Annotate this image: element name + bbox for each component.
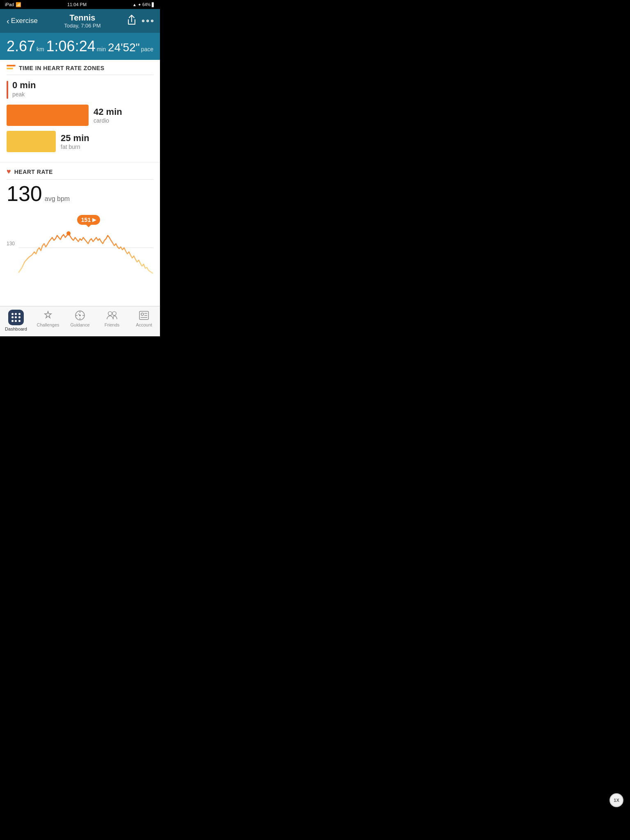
tab-challenges[interactable]: Challenges xyxy=(32,310,64,331)
dashboard-icon xyxy=(8,310,24,325)
back-label: Exercise xyxy=(11,17,38,25)
wifi-icon: 📶 xyxy=(16,2,21,7)
zones-title: TIME IN HEART RATE ZONES xyxy=(19,65,105,71)
battery-label: 64% xyxy=(142,2,151,7)
header: ‹ Exercise Tennis Today, 7:06 PM xyxy=(0,9,160,33)
svg-point-1 xyxy=(66,231,71,235)
dot-2 xyxy=(146,20,149,22)
cardio-value: 42 min xyxy=(94,107,122,117)
tooltip-arrow-icon: ▶ xyxy=(92,217,96,223)
heart-rate-section: ♥ HEART RATE 130 avg bpm 130 151 ▶ xyxy=(0,162,160,276)
dashboard-label: Dashboard xyxy=(5,326,27,331)
tab-guidance[interactable]: Guidance xyxy=(64,310,96,331)
svg-point-9 xyxy=(108,312,112,315)
chart-y-label: 130 xyxy=(7,241,15,247)
pace-stat: 24'52" pace xyxy=(108,41,153,54)
status-left: iPad 📶 xyxy=(5,2,21,7)
zones-icon xyxy=(7,65,16,71)
svg-line-8 xyxy=(78,314,80,315)
pace-unit: pace xyxy=(141,46,153,52)
zones-section: TIME IN HEART RATE ZONES 0 min peak 42 m… xyxy=(0,60,160,162)
icon-bar-2 xyxy=(7,68,13,69)
back-chevron-icon: ‹ xyxy=(7,17,9,25)
fatburn-label: fat burn xyxy=(61,144,89,150)
svg-point-10 xyxy=(112,312,116,315)
d-dot-6 xyxy=(18,316,21,318)
tab-account[interactable]: Account xyxy=(128,310,160,331)
peak-zone: 0 min peak xyxy=(7,80,153,99)
dot-1 xyxy=(142,20,144,22)
d-dot-9 xyxy=(18,320,21,322)
friends-icon xyxy=(106,310,118,321)
more-button[interactable] xyxy=(142,20,153,22)
d-dot-7 xyxy=(11,320,14,322)
fatburn-zone: 25 min fat burn xyxy=(7,131,153,152)
status-time: 11:04 PM xyxy=(67,2,87,7)
back-button[interactable]: ‹ Exercise xyxy=(7,17,38,25)
guidance-icon xyxy=(74,310,86,321)
workout-title: Tennis xyxy=(64,13,100,23)
cardio-zone: 42 min cardio xyxy=(7,105,153,126)
hr-title: HEART RATE xyxy=(14,169,53,175)
zones-header: TIME IN HEART RATE ZONES xyxy=(7,65,153,75)
status-right: ▲ ✦ 64% ▋ xyxy=(132,2,155,7)
battery-icon: ▋ xyxy=(152,2,155,7)
hr-header: ♥ HEART RATE xyxy=(7,167,153,180)
peak-value: 0 min xyxy=(12,80,36,91)
bluetooth-icon: ✦ xyxy=(138,2,141,7)
location-icon: ▲ xyxy=(132,2,137,7)
hr-avg-value: 130 xyxy=(7,183,42,204)
d-dot-4 xyxy=(11,316,14,318)
pace-value: 24'52" xyxy=(108,41,140,54)
cardio-bar xyxy=(7,105,89,126)
header-actions xyxy=(127,15,153,27)
duration-stat: 1:06:24 min xyxy=(46,38,106,55)
svg-point-12 xyxy=(141,313,144,315)
fatburn-value: 25 min xyxy=(61,133,89,144)
tooltip-value: 151 xyxy=(81,217,91,223)
account-label: Account xyxy=(136,322,152,327)
d-dot-1 xyxy=(11,313,14,315)
peak-text: 0 min peak xyxy=(12,80,36,98)
tab-dashboard[interactable]: Dashboard xyxy=(0,310,32,331)
hr-avg-unit: avg bpm xyxy=(45,195,70,203)
heart-icon: ♥ xyxy=(7,167,11,176)
workout-date: Today, 7:06 PM xyxy=(64,23,100,29)
d-dot-5 xyxy=(15,316,17,318)
guidance-label: Guidance xyxy=(70,322,89,327)
duration-unit: min xyxy=(97,46,106,52)
hr-avg: 130 avg bpm xyxy=(7,183,153,204)
dot-3 xyxy=(151,20,153,22)
cardio-label: cardio xyxy=(94,117,122,124)
d-dot-3 xyxy=(18,313,21,315)
cardio-text: 42 min cardio xyxy=(94,107,122,124)
share-button[interactable] xyxy=(127,15,136,27)
dashboard-dots-grid xyxy=(11,313,21,322)
d-dot-8 xyxy=(15,320,17,322)
content-area: TIME IN HEART RATE ZONES 0 min peak 42 m… xyxy=(0,60,160,306)
fatburn-bar xyxy=(7,131,56,152)
peak-label: peak xyxy=(12,91,36,98)
device-label: iPad xyxy=(5,2,14,7)
fatburn-text: 25 min fat burn xyxy=(61,133,89,150)
icon-bar-1 xyxy=(7,65,16,66)
app-container: iPad 📶 11:04 PM ▲ ✦ 64% ▋ ‹ Exercise Ten… xyxy=(0,0,160,336)
tab-friends[interactable]: Friends xyxy=(96,310,128,331)
status-bar: iPad 📶 11:04 PM ▲ ✦ 64% ▋ xyxy=(0,0,160,9)
heart-rate-chart[interactable]: 130 151 ▶ xyxy=(7,211,153,276)
tab-bar: Dashboard Challenges xyxy=(0,306,160,336)
account-icon xyxy=(138,310,150,321)
chart-tooltip: 151 ▶ xyxy=(77,215,100,225)
header-center: Tennis Today, 7:06 PM xyxy=(64,13,100,29)
challenges-label: Challenges xyxy=(37,322,59,327)
distance-value: 2.67 xyxy=(7,38,35,55)
distance-unit: km xyxy=(37,46,44,52)
friends-label: Friends xyxy=(105,322,120,327)
stats-bar: 2.67 km 1:06:24 min 24'52" pace xyxy=(0,33,160,60)
peak-bar xyxy=(7,81,8,99)
challenges-icon xyxy=(42,310,54,321)
duration-value: 1:06:24 xyxy=(46,38,96,55)
d-dot-2 xyxy=(15,313,17,315)
distance-stat: 2.67 km xyxy=(7,38,44,55)
